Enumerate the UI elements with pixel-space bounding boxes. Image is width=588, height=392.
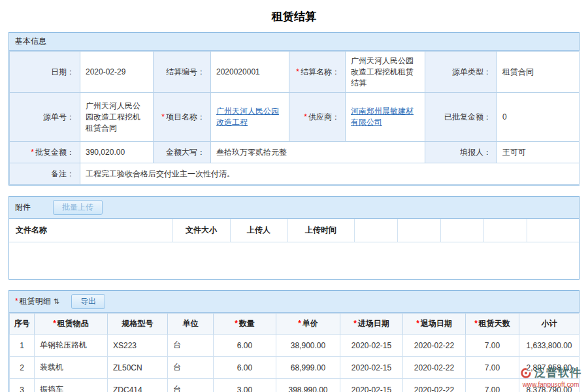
basic-info-section-title: 基本信息 <box>15 36 46 47</box>
col-days: *租赁天数 <box>466 314 519 335</box>
page-title: 租赁结算 <box>0 0 588 32</box>
attachment-header-filename: 文件名称 <box>9 219 172 242</box>
col-subtotal: 小计 <box>519 314 580 335</box>
reporter-label: 填报人： <box>425 142 497 163</box>
attachments-panel: 附件 批量上传 文件名称 文件大小 上传人 上传时间 <box>8 196 580 280</box>
date-label: 日期： <box>10 52 80 93</box>
required-mark: * <box>161 112 165 122</box>
required-mark: * <box>15 297 18 306</box>
attachment-header-empty-cell <box>483 219 527 242</box>
attachments-empty-area <box>9 242 579 279</box>
cell-exit-date: 2020-02-22 <box>403 335 466 357</box>
fanpu-watermark: 泛普软件 www.fanpusoft.com <box>520 365 581 388</box>
col-price: *单价 <box>276 314 340 335</box>
cell-unit: 台 <box>168 357 214 379</box>
settle-no-label: 结算编号： <box>154 52 211 93</box>
basic-info-section-header: 基本信息 <box>9 33 579 51</box>
settle-name-label: *结算名称： <box>289 52 346 93</box>
col-exit-date: *退场日期 <box>403 314 466 335</box>
cell-exit-date: 2020-02-22 <box>403 357 466 379</box>
project-label: *项目名称： <box>154 93 211 142</box>
supplier-label: *供应商： <box>289 93 346 142</box>
attachments-section-header: 附件 批量上传 <box>9 197 579 219</box>
col-unit: 单位 <box>168 314 214 335</box>
fanpu-brand-text: 泛普软件 <box>534 365 581 380</box>
date-value: 2020-02-29 <box>80 52 154 93</box>
required-mark: * <box>31 148 34 157</box>
attachments-table: 文件名称 文件大小 上传人 上传时间 <box>9 219 579 242</box>
cell-qty: 6.00 <box>214 335 276 357</box>
attachment-header-uploader: 上传人 <box>230 219 287 242</box>
cell-seq: 1 <box>10 335 35 357</box>
cell-entry-date: 2020-02-15 <box>340 379 403 392</box>
attachment-header-empty-cell <box>527 219 579 242</box>
rental-detail-table: 序号 *租赁物品 规格型号 单位 *数量 *单价 *进场日期 *退场日期 *租赁… <box>9 313 580 392</box>
attachment-header-empty-cell <box>440 219 483 242</box>
approved-amount-value: 390,020.00 <box>80 142 154 163</box>
attachment-header-empty-cell <box>397 219 440 242</box>
cell-days: 7.00 <box>466 335 519 357</box>
col-model: 规格型号 <box>108 314 168 335</box>
required-mark: * <box>353 319 357 328</box>
batch-upload-button[interactable]: 批量上传 <box>53 200 103 215</box>
cell-seq: 3 <box>10 379 35 392</box>
remark-label: 备注： <box>10 163 80 185</box>
table-row: 3 振捣车 ZDC414 台 3.00 398,990.00 2020-02-1… <box>10 379 580 392</box>
rental-detail-section-title: *租赁明细⇅ <box>15 296 59 307</box>
amount-caps-value: 叁拾玖万零贰拾元整 <box>211 142 425 163</box>
cell-item: 单钢轮压路机 <box>35 335 108 357</box>
col-item: *租赁物品 <box>35 314 108 335</box>
cell-entry-date: 2020-02-15 <box>340 335 403 357</box>
required-mark: * <box>296 67 299 76</box>
detail-header-row: 序号 *租赁物品 规格型号 单位 *数量 *单价 *进场日期 *退场日期 *租赁… <box>10 314 580 335</box>
cell-entry-date: 2020-02-15 <box>340 357 403 379</box>
cell-model: ZL50CN <box>108 357 168 379</box>
export-button[interactable]: 导出 <box>71 294 105 309</box>
settle-name-value: 广州天河人民公园改造工程挖机租赁结算 <box>346 52 425 93</box>
fanpu-watermark-row: 泛普软件 <box>520 365 581 380</box>
cell-exit-date: 2020-02-22 <box>403 379 466 392</box>
supplier-link[interactable]: 河南郑州晨敏建材有限公司 <box>351 106 414 127</box>
source-type-label: 源单类型： <box>425 52 497 93</box>
source-no-value: 广州天河人民公园改造工程挖机租赁合同 <box>80 93 154 142</box>
cell-item: 装载机 <box>35 357 108 379</box>
cell-seq: 2 <box>10 357 35 379</box>
required-mark: * <box>416 319 419 328</box>
attachment-header-filesize: 文件大小 <box>172 219 230 242</box>
required-mark: * <box>235 319 238 328</box>
required-mark: * <box>304 112 307 122</box>
fanpu-logo-icon <box>520 367 532 379</box>
cell-qty: 6.00 <box>214 357 276 379</box>
table-row: 2 装载机 ZL50CN 台 6.00 68,999.00 2020-02-15… <box>10 357 580 379</box>
required-mark: * <box>298 319 301 328</box>
required-mark: * <box>474 319 478 328</box>
table-row: 1 单钢轮压路机 XS223 台 6.00 38,900.00 2020-02-… <box>10 335 580 357</box>
cell-subtotal: 1,633,800.00 <box>519 335 580 357</box>
cell-days: 7.00 <box>466 357 519 379</box>
attachments-section-title: 附件 <box>15 202 31 213</box>
project-value-cell: 广州天河人民公园改造工程 <box>211 93 289 142</box>
sort-icon[interactable]: ⇅ <box>54 297 59 305</box>
rental-detail-section-header: *租赁明细⇅ 导出 <box>9 291 579 313</box>
source-no-label: 源单号： <box>10 93 80 142</box>
cell-qty: 3.00 <box>214 379 276 392</box>
cell-unit: 台 <box>168 335 214 357</box>
cell-model: ZDC414 <box>108 379 168 392</box>
attachment-header-empty-cell <box>354 219 397 242</box>
settle-no-value: 2020020001 <box>211 52 289 93</box>
cell-days: 7.00 <box>466 379 519 392</box>
basic-info-table: 日期： 2020-02-29 结算编号： 2020020001 *结算名称： 广… <box>9 51 580 185</box>
remark-value: 工程完工验收合格后交付业主一次性付清。 <box>80 163 580 185</box>
supplier-value-cell: 河南郑州晨敏建材有限公司 <box>346 93 425 142</box>
cell-price: 68,999.00 <box>276 357 340 379</box>
approved-done-label: 已批复金额： <box>425 93 497 142</box>
required-mark: * <box>53 319 56 328</box>
cell-model: XS223 <box>108 335 168 357</box>
col-qty: *数量 <box>214 314 276 335</box>
fanpu-url-text: www.fanpusoft.com <box>520 381 581 388</box>
col-seq: 序号 <box>10 314 35 335</box>
reporter-value: 王可可 <box>497 142 580 163</box>
amount-caps-label: 金额大写： <box>154 142 211 163</box>
project-link[interactable]: 广州天河人民公园改造工程 <box>216 106 279 127</box>
cell-price: 38,900.00 <box>276 335 340 357</box>
